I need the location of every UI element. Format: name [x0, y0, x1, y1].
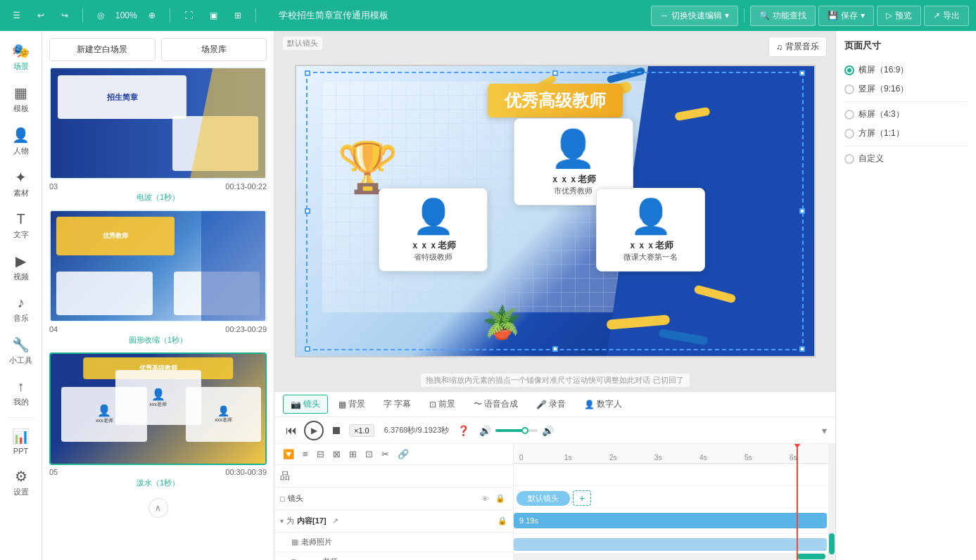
ratio-widescreen[interactable]: 横屏（16:9）	[844, 61, 968, 79]
group-button[interactable]: ⊞	[346, 447, 360, 461]
cut-button[interactable]: ✂	[379, 447, 392, 461]
content-track-bar[interactable]: 9.19s	[514, 513, 827, 528]
record-tab-icon: 🎤	[536, 400, 547, 409]
undo-button[interactable]: ↩	[32, 8, 50, 23]
sidebar-item-mine[interactable]: ↑ 我的	[3, 373, 39, 413]
menu-button[interactable]: ☰	[7, 8, 26, 23]
ratio-widescreen-radio[interactable]	[844, 65, 854, 75]
split-button[interactable]: ▣	[204, 8, 223, 23]
tab-subtitle[interactable]: 字 字幕	[376, 395, 419, 414]
ratio-portrait[interactable]: 竖屏（9:16）	[844, 79, 968, 98]
go-start-button[interactable]: ⏮	[283, 423, 300, 438]
sidebar-item-ppt[interactable]: 📊 PPT	[3, 422, 39, 461]
timeline-vscrollbar[interactable]	[828, 444, 835, 560]
timeline-vscrollbar-thumb[interactable]	[829, 533, 835, 554]
add-camera-button[interactable]: +	[573, 490, 591, 506]
scene-03-transition[interactable]: 电波（1秒）	[49, 192, 267, 203]
sub-item-teacher-photo-icon: ▦	[291, 537, 298, 547]
camera-lock-button[interactable]: 🔒	[493, 493, 507, 504]
sub-item-teacher-photo[interactable]: ▦ 老师照片	[274, 533, 513, 552]
ruler-mark-2s: 2s	[609, 454, 617, 462]
scene-thumbnail-05[interactable]: 优秀高级教师 👤 xxx老师 👤 xxx老师 👤 xxx老师	[49, 352, 267, 465]
stop-button[interactable]: ⏹	[328, 423, 345, 438]
filter-button[interactable]: 🔽	[280, 447, 297, 461]
sidebar-item-scene[interactable]: 🎭 场景	[3, 37, 39, 77]
tab-record[interactable]: 🎤 录音	[528, 395, 573, 414]
tts-tab-icon: 〜	[474, 398, 482, 410]
scene-05-transition[interactable]: 泼水（1秒）	[49, 478, 267, 488]
content-lock-button[interactable]: 🔒	[497, 516, 507, 526]
tab-camera[interactable]: 📷 镜头	[283, 395, 328, 414]
bg-music-button[interactable]: ♫ 背景音乐	[768, 37, 827, 57]
ratio-standard[interactable]: 标屏（4:3）	[844, 105, 968, 124]
sidebar-item-video[interactable]: ▶ 视频	[3, 247, 39, 288]
feature-search-button[interactable]: 🔍 功能查找	[750, 6, 816, 26]
scene-04-transition[interactable]: 圆形收缩（1秒）	[49, 335, 267, 345]
scene-04-meta: 04 00:23-00:29	[49, 325, 267, 333]
sidebar-item-template[interactable]: ▦ 模板	[3, 79, 39, 120]
new-scene-button[interactable]: 新建空白场景	[49, 38, 156, 61]
camera-track-content: 默认镜头 +	[516, 490, 591, 506]
scene-thumbnail-04[interactable]: 优秀教师	[49, 210, 267, 322]
sidebar-item-setting[interactable]: ⚙ 设置	[3, 462, 39, 503]
save-button[interactable]: 💾 保存 ▾	[818, 6, 874, 26]
scene-thumbnail-03[interactable]: 招生简章	[49, 67, 267, 179]
tab-tts[interactable]: 〜 语音合成	[466, 395, 526, 414]
canvas-frame[interactable]: 🏆 🪴 优秀高级教师 👤 ｘｘｘ老师 市优秀教师 👤 ｘｘｘ老师	[295, 65, 816, 357]
teacher-avatar-left: 👤	[412, 197, 455, 236]
ruler-mark-4s: 4s	[699, 454, 707, 462]
scene-library-button[interactable]: 场景库	[161, 38, 267, 61]
play-button[interactable]: ▶	[304, 421, 324, 440]
sub-item-xxx-teacher[interactable]: T ｘｘｘ老师...	[274, 552, 513, 560]
sidebar-item-music[interactable]: ♪ 音乐	[3, 289, 39, 329]
camera-pill[interactable]: 默认镜头	[516, 491, 570, 506]
timeline-hscrollbar-thumb[interactable]	[797, 554, 825, 559]
volume-slider[interactable]	[495, 429, 538, 432]
tab-digital-human[interactable]: 👤 数字人	[576, 395, 630, 414]
timeline-hscrollbar[interactable]	[514, 553, 828, 560]
export-button[interactable]: ↗ 导出	[924, 6, 969, 26]
content-collapse-button[interactable]: ▾	[280, 517, 284, 525]
crop-icon: ⊞	[234, 11, 241, 20]
link-button[interactable]: 🔗	[395, 447, 412, 461]
redo-button[interactable]: ↪	[56, 8, 74, 23]
distribute-button[interactable]: ⊠	[330, 447, 343, 461]
timeline-left: 🔽 ≡ ⊟ ⊠ ⊞ ⊡ ✂ 🔗 品 □	[274, 444, 514, 560]
content-export-button[interactable]: ↗	[332, 516, 338, 526]
volume-icon: 🔊	[479, 425, 491, 436]
scroll-up-button[interactable]: ∧	[148, 498, 168, 518]
sidebar-item-person[interactable]: 👤 人物	[3, 121, 39, 162]
ratio-portrait-radio[interactable]	[844, 84, 854, 94]
sub-item-xxx-teacher-label: ｘｘｘ老师...	[299, 556, 344, 560]
ratio-square[interactable]: 方屏（1:1）	[844, 124, 968, 143]
subtitle-tab-icon: 字	[384, 398, 392, 410]
merge-button[interactable]: ⊡	[362, 447, 376, 461]
sidebar-item-text[interactable]: T 文字	[3, 205, 39, 246]
plant-icon: 🪴	[482, 304, 521, 341]
timeline-tabs: 📷 镜头 ▦ 背景 字 字幕 ⊡ 前景 〜 语音合成	[274, 392, 835, 417]
ratio-standard-radio[interactable]	[844, 110, 854, 120]
ratio-custom-radio[interactable]	[844, 154, 854, 164]
expand-timeline-button[interactable]: ▾	[822, 425, 827, 436]
sidebar-item-tool[interactable]: 🔧 小工具	[3, 331, 39, 371]
crop-button[interactable]: ⊞	[229, 8, 247, 23]
sort-button[interactable]: ≡	[300, 447, 311, 461]
right-buttons: ↔ 切换快速编辑 ▾ 🔍 功能查找 💾 保存 ▾ ▷ 预览 ↗ 导出	[651, 6, 969, 26]
preview-button[interactable]: ▷ 预览	[877, 6, 921, 26]
zoom-in-button[interactable]: ⊕	[143, 8, 161, 23]
switch-edit-button[interactable]: ↔ 切换快速编辑 ▾	[651, 6, 738, 26]
divider-3	[255, 8, 256, 23]
tab-background[interactable]: ▦ 背景	[331, 395, 373, 414]
ratio-square-radio[interactable]	[844, 129, 854, 139]
tab-foreground[interactable]: ⊡ 前景	[422, 395, 463, 414]
align-button[interactable]: ⊟	[314, 447, 327, 461]
time-info-icon[interactable]: ❓	[457, 425, 469, 436]
teacher-card-left[interactable]: 👤 ｘｘｘ老师 省特级教师	[379, 188, 488, 272]
camera-eye-button[interactable]: 👁	[479, 493, 491, 504]
teacher-card-right[interactable]: 👤 ｘｘｘ老师 微课大赛第一名	[596, 188, 705, 272]
zoom-reset-button[interactable]: ◎	[91, 8, 110, 23]
ratio-custom[interactable]: 自定义	[844, 149, 968, 168]
fullscreen-button[interactable]: ⛶	[179, 8, 198, 23]
scroll-up-area: ∧	[49, 495, 267, 521]
sidebar-item-material[interactable]: ✦ 素材	[3, 163, 39, 204]
